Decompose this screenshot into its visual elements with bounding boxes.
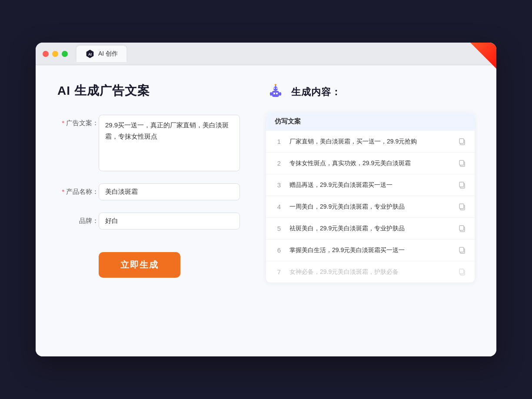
row-content: 女神必备，29.9元美白淡斑霜，护肤必备 <box>289 267 452 276</box>
required-star-2: * <box>62 188 64 195</box>
copy-icon[interactable] <box>458 246 466 254</box>
svg-rect-24 <box>459 269 464 274</box>
row-number: 6 <box>275 246 283 254</box>
product-name-group: *产品名称： <box>57 183 240 200</box>
row-number: 1 <box>275 138 283 145</box>
svg-rect-16 <box>459 182 464 187</box>
svg-rect-5 <box>273 93 275 94</box>
table-row: 4 一周美白，29.9元美白淡斑霜，专业护肤品 <box>266 196 475 218</box>
row-number: 3 <box>275 181 283 189</box>
result-title: 生成内容： <box>291 86 341 99</box>
ad-copy-textarea[interactable]: 29.9买一送一，真正的厂家直销，美白淡斑霜，专抹女性斑点 <box>99 115 240 171</box>
browser-window: AI AI 创作 AI 生成广告文案 *广告文案： 29.9买一送一，真正的厂家… <box>36 43 496 356</box>
right-panel: 生成内容： 仿写文案 1 厂家直销，美白淡斑霜，买一送一，29.9元抢购 2 专… <box>266 83 475 339</box>
copy-icon[interactable] <box>458 268 466 276</box>
copy-icon[interactable] <box>458 181 466 189</box>
row-content: 祛斑美白，29.9元美白淡斑霜，专业护肤品 <box>289 224 452 233</box>
traffic-lights <box>43 51 68 57</box>
main-content: AI 生成广告文案 *广告文案： 29.9买一送一，真正的厂家直销，美白淡斑霜，… <box>36 65 496 356</box>
table-row: 1 厂家直销，美白淡斑霜，买一送一，29.9元抢购 <box>266 131 475 153</box>
svg-rect-4 <box>272 91 279 97</box>
generate-button[interactable]: 立即生成 <box>99 252 180 278</box>
ai-tab-icon: AI <box>85 49 95 59</box>
product-input[interactable] <box>99 183 240 200</box>
table-row: 7 女神必备，29.9元美白淡斑霜，护肤必备 <box>266 261 475 283</box>
result-table: 仿写文案 1 厂家直销，美白淡斑霜，买一送一，29.9元抢购 2 专抹女性斑点，… <box>266 112 475 283</box>
row-content: 赠品再送，29.9元美白淡斑霜买一送一 <box>289 180 452 190</box>
svg-rect-18 <box>459 204 464 209</box>
svg-point-2 <box>274 88 275 89</box>
copy-icon[interactable] <box>458 203 466 211</box>
maximize-button[interactable] <box>62 51 68 57</box>
copy-icon[interactable] <box>458 160 466 167</box>
result-rows-container: 1 厂家直销，美白淡斑霜，买一送一，29.9元抢购 2 专抹女性斑点，真实功效，… <box>266 131 475 283</box>
row-number: 4 <box>275 203 283 210</box>
table-row: 3 赠品再送，29.9元美白淡斑霜买一送一 <box>266 174 475 196</box>
svg-rect-7 <box>270 92 272 96</box>
row-content: 掌握美白生活，29.9元美白淡斑霜买一送一 <box>289 246 452 255</box>
copy-icon[interactable] <box>458 138 466 146</box>
row-number: 5 <box>275 225 283 232</box>
product-label: *产品名称： <box>57 183 99 196</box>
table-row: 6 掌握美白生活，29.9元美白淡斑霜买一送一 <box>266 239 475 261</box>
svg-rect-12 <box>459 139 464 143</box>
row-number: 2 <box>275 160 283 167</box>
svg-text:AI: AI <box>88 52 92 56</box>
row-content: 厂家直销，美白淡斑霜，买一送一，29.9元抢购 <box>289 137 452 146</box>
svg-rect-8 <box>279 92 281 96</box>
table-row: 5 祛斑美白，29.9元美白淡斑霜，专业护肤品 <box>266 218 475 239</box>
svg-point-10 <box>275 84 276 86</box>
svg-rect-6 <box>276 93 278 94</box>
brand-group: 品牌： <box>57 213 240 229</box>
row-content: 一周美白，29.9元美白淡斑霜，专业护肤品 <box>289 202 452 211</box>
svg-rect-14 <box>459 160 464 165</box>
left-panel: AI 生成广告文案 *广告文案： 29.9买一送一，真正的厂家直销，美白淡斑霜，… <box>57 83 240 339</box>
svg-rect-22 <box>459 247 464 252</box>
tab-label: AI 创作 <box>98 50 118 58</box>
ai-create-tab[interactable]: AI AI 创作 <box>76 46 126 62</box>
table-header: 仿写文案 <box>266 112 475 131</box>
copy-icon[interactable] <box>458 225 466 233</box>
ad-copy-label: *广告文案： <box>57 115 99 127</box>
minimize-button[interactable] <box>52 51 58 57</box>
close-button[interactable] <box>43 51 49 57</box>
page-title: AI 生成广告文案 <box>57 83 240 99</box>
required-star-1: * <box>62 119 64 126</box>
svg-point-3 <box>276 88 278 89</box>
svg-rect-20 <box>459 226 464 230</box>
title-bar: AI AI 创作 <box>36 43 496 65</box>
brand-label: 品牌： <box>57 213 99 225</box>
result-header: 生成内容： <box>266 83 475 102</box>
ad-copy-group: *广告文案： 29.9买一送一，真正的厂家直销，美白淡斑霜，专抹女性斑点 <box>57 115 240 171</box>
table-row: 2 专抹女性斑点，真实功效，29.9元美白淡斑霜 <box>266 153 475 174</box>
row-content: 专抹女性斑点，真实功效，29.9元美白淡斑霜 <box>289 159 452 168</box>
brand-input[interactable] <box>99 213 240 229</box>
row-number: 7 <box>275 268 283 276</box>
robot-icon <box>266 83 285 102</box>
